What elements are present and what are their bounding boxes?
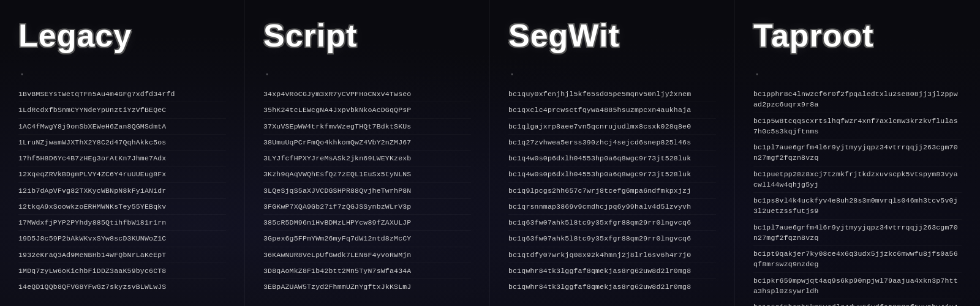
address-item: bc1q9lpcgs2hh657c7wrj8tcefg6mpa6ndfmkpxj…: [508, 183, 716, 199]
address-item: bc1qwhr84tk3lggfaf8qmekjas8rg62uw8d2lr0m…: [508, 279, 716, 294]
taproot-title: Taproot: [753, 18, 962, 53]
address-item: 1LdRcdxfbSnmCYYNdeYpUnztiYzVfBEQeC: [18, 102, 226, 118]
address-item: bc1qxclc4prcwsctfqywa4885hsuzmpcxn4aukha…: [508, 102, 716, 118]
address-item: 14eQD1QQb8QFVG8YFwGz7skyzsvBLWLwJS: [18, 279, 226, 294]
address-item: bc1q4w0s0p6dxlh04553hp0a6q8wgc9r73jt528l…: [508, 166, 716, 182]
address-item: bc1pl7aue6grfm4l6r9yjtmyyjqpz34vtrrqqjj2…: [753, 220, 962, 247]
address-item: 1MDq7zyLw6oKichbFiDDZ3aaK59byc6CT8: [18, 263, 226, 279]
address-item: bc1qwhr84tk3lggfaf8qmekjas8rg62uw8d2lr0m…: [508, 263, 716, 279]
segwit-title: SegWit: [508, 18, 716, 53]
address-item: 1AC4fMwgY8j9onSbXEWeH6Zan8QGMSdmtA: [18, 119, 226, 135]
address-item: 3FGKwP7XQA9Gb27if7zQGJSSynbzWLrV3p: [263, 199, 471, 215]
address-item: 3LYJfcfHPXYJreMsASk2jkn69LWEYKzexb: [263, 151, 471, 166]
address-item: 34xp4vRoCGJym3xR7yCVPFHoCNxv4Twseo: [263, 86, 471, 102]
script-address-list: 34xp4vRoCGJym3xR7yCVPFHoCNxv4Twseo35hK24…: [263, 86, 471, 294]
address-item: bc1pphr8c4lnwzcf6r0f2fpqaledtxlu2se808jj…: [753, 86, 962, 113]
address-item: 3Gpex6g5FPmYWm26myFq7dW12ntd8zMcCY: [263, 231, 471, 247]
address-item: bc1pkr659mpwjqt4aq9s6kp90npjwl79aajua4xk…: [753, 273, 962, 300]
legacy-address-list: 1BvBMSEYstWetqTFn5Au4m4GFg7xdfd34rfd1LdR…: [18, 86, 226, 294]
address-item: 3LQeSjqS5aXJVCDGSHPR88QvjheTwrhP8N: [263, 183, 471, 199]
address-item: bc1q63fw07ahk5l8tc9y35xfgr88qm29rr0lngvc…: [508, 231, 716, 247]
address-item: 17hf5H8D6Yc4B7zHEg3orAtKn7Jhme7Adx: [18, 151, 226, 166]
address-item: bc1q27zvhwea5erss390zhcj4sejcd6snep825l4…: [508, 135, 716, 151]
address-item: bc1puetpp28z8xcj7tzmkfrjtkdzxuvscpk5vtsp…: [753, 166, 962, 193]
address-item: 37XuVSEpWW4trkfmvWzegTHQt7BdktSKUs: [263, 119, 471, 135]
address-item: 12ib7dApVFvg82TXKycWBNpN8kFyiAN1dr: [18, 183, 226, 199]
taproot-address-list: bc1pphr8c4lnwzcf6r0f2fpqaledtxlu2se808jj…: [753, 86, 962, 306]
address-item: 35hK24tcLEWcgNA4JxpvbkNkoAcDGqQPsP: [263, 102, 471, 118]
address-item: 12tkqA9xSoowkzoERHMWNKsTey55YEBqkv: [18, 199, 226, 215]
address-item: 12XqeqZRVkBDgmPLVY4ZC6Y4ruUUEug8Fx: [18, 166, 226, 182]
address-item: bc1quy0xfenjhjl5kf65sd05pe5mqnv50nljyżxn…: [508, 86, 716, 102]
address-item: bc1pl7aue6grfm4l6r9yjtmyyjqpz34vtrrqqjj2…: [753, 140, 962, 166]
address-item: bc1p6qj5hgnh5km5vcdlr4dwx6jwdfat909nf5uy…: [753, 299, 962, 306]
main-grid: Legacy1BvBMSEYstWetqTFn5Au4m4GFg7xdfd34r…: [0, 0, 980, 306]
segwit-title-wrap: SegWit: [508, 18, 716, 81]
address-item: 17MWdxfjPYP2PYhdy885QtihfbW181r1rn: [18, 215, 226, 231]
address-item: bc1q63fw07ahk5l8tc9y35xfgr88qm29rr0lngvc…: [508, 215, 716, 231]
column-taproot: Taprootbc1pphr8c4lnwzcf6r0f2fpqaledtxlu2…: [735, 0, 980, 306]
address-item: bc1p5w8tcqqscxrtslhqfwzr4xnf7axlcmw3krzk…: [753, 113, 962, 140]
address-item: bc1qlgajxrp8aee7vn5qcnrujudlmx8csxk028q8…: [508, 119, 716, 135]
taproot-title-wrap: Taproot: [753, 18, 962, 81]
address-item: 19D5J8c59P2bAkWKvxSYw8scD3KUNWoZ1C: [18, 231, 226, 247]
address-item: 3D8qAoMkZ8F1b42btt2Mn5TyN7sWfa434A: [263, 263, 471, 279]
address-item: bc1ps8vl4k4uckfyv4e8uh28s3m0mvrqls046mh3…: [753, 193, 962, 220]
address-item: 3EBpAZUAW5Tzyd2FhmmUZnYgftxJkKSLmJ: [263, 279, 471, 294]
address-item: 1BvBMSEYstWetqTFn5Au4m4GFg7xdfd34rfd: [18, 86, 226, 102]
column-segwit: SegWitbc1quy0xfenjhjl5kf65sd05pe5mqnv50n…: [490, 0, 735, 306]
address-item: 385cR5DM96n1HvBDMzLHPYcw89fZAXULJP: [263, 215, 471, 231]
address-item: 1LruNZjwamWJXThX2Y8C2d47QqhAkkc5os: [18, 135, 226, 151]
address-item: 1932eKraQ3Ad9MeNBHb14WFQbNrLaKeEpT: [18, 247, 226, 263]
column-script: Script34xp4vRoCGJym3xR7yCVPFHoCNxv4Twseo…: [245, 0, 490, 306]
address-item: bc1qrsnnmap3869v9cmdhcjpq6y99halv4d5lzvy…: [508, 199, 716, 215]
address-item: 3Kzh9qAqVWQhEsfQz7zEQL1EuSx5tyNLNS: [263, 166, 471, 182]
legacy-title: Legacy: [18, 18, 226, 53]
script-title-wrap: Script: [263, 18, 471, 81]
script-title: Script: [263, 18, 471, 53]
address-item: bc1pt9qakjer7ky08ce4x6q3udx5jjzkc6mwwfu8…: [753, 246, 962, 273]
column-legacy: Legacy1BvBMSEYstWetqTFn5Au4m4GFg7xdfd34r…: [0, 0, 245, 306]
address-item: bc1qtdfy07wrkjq08x92k4hmnj2j8lrl6sv6h4r7…: [508, 247, 716, 263]
address-item: bc1q4w0s0p6dxlh04553hp0a6q8wgc9r73jt528l…: [508, 151, 716, 166]
address-item: 38UmuUqPCrFmQo4khkomQwZ4VbY2nZMJ67: [263, 135, 471, 151]
legacy-title-wrap: Legacy: [18, 18, 226, 81]
address-item: 36KAwNUR8VeLpUfGwdk7LEN6F4yvoRWMjn: [263, 247, 471, 263]
segwit-address-list: bc1quy0xfenjhjl5kf65sd05pe5mqnv50nljyżxn…: [508, 86, 716, 294]
